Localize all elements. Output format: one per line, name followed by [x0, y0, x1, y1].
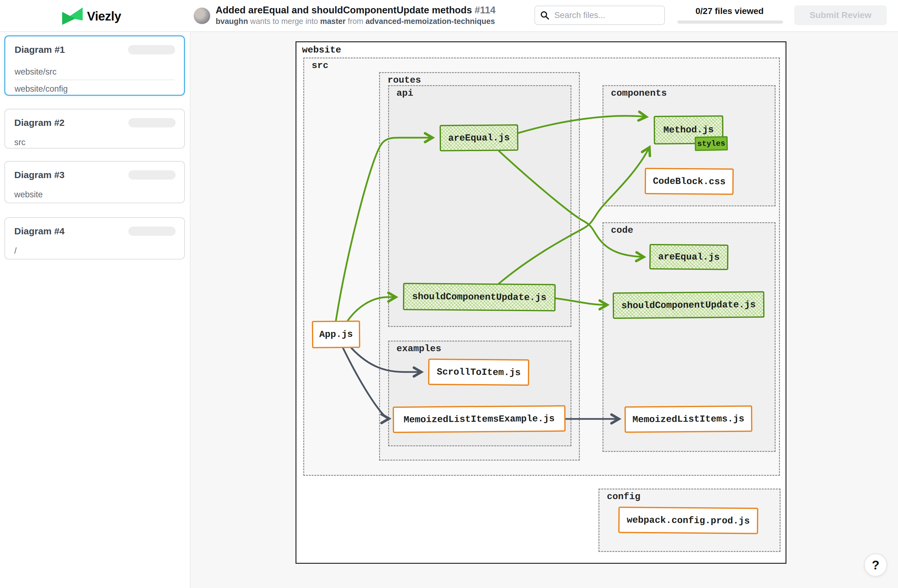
container-label-code: code [611, 225, 633, 236]
pr-subtitle-text-2: from [346, 17, 365, 26]
pr-title-text: Added areEqual and shouldComponentUpdate… [216, 5, 472, 15]
container-label-routes: routes [387, 75, 421, 85]
logo-icon [62, 7, 83, 26]
viezly-app: Viezly Added areEqual and shouldComponen… [0, 0, 898, 588]
diagram-card-1[interactable]: Diagram #1 website/src website/config [5, 35, 185, 96]
diagram-path: website/src [15, 63, 175, 80]
files-viewed: 0/27 files viewed [674, 6, 786, 16]
pr-info: Added areEqual and shouldComponentUpdate… [216, 5, 496, 26]
pr-number: #114 [475, 5, 496, 15]
diagram-card-paths: / [14, 242, 175, 259]
search-icon [540, 11, 549, 20]
diagram-card-2[interactable]: Diagram #2 src [5, 109, 185, 149]
pr-author-avatar [194, 8, 211, 24]
diagram-path: website/config [15, 80, 175, 97]
search-box [534, 6, 665, 25]
diagram-card-paths: src [14, 134, 175, 150]
skeleton-pill [128, 170, 175, 180]
logo-text: Viezly [87, 9, 121, 23]
diagram-path: website [14, 186, 175, 202]
node-areequal-code[interactable]: areEqual.js [649, 244, 729, 270]
node-shouldcomponentupdate-api[interactable]: shouldComponentUpdate.js [403, 283, 556, 311]
pr-base-branch: master [320, 17, 346, 26]
container-label-components: components [611, 88, 667, 99]
pr-title: Added areEqual and shouldComponentUpdate… [216, 5, 496, 16]
node-webpack-config[interactable]: webpack.config.prod.js [618, 506, 758, 534]
diagram-card-paths: website/src website/config [15, 63, 175, 97]
header: Viezly Added areEqual and shouldComponen… [0, 0, 898, 32]
node-codeblock-css[interactable]: CodeBlock.css [645, 168, 734, 195]
pr-subtitle-text-1: wants to merge into [248, 17, 320, 26]
skeleton-pill [128, 226, 175, 236]
help-button[interactable]: ? [864, 554, 887, 577]
dependency-diagram-canvas: website src routes api examples componen… [295, 42, 786, 564]
node-method-styles-badge[interactable]: styles [695, 136, 728, 151]
container-label-examples: examples [397, 343, 441, 354]
skeleton-pill [128, 118, 175, 128]
node-memoizedlistitems[interactable]: MemoizedListItems.js [624, 405, 753, 433]
files-viewed-progressbar [677, 20, 783, 24]
node-memoizedlistitemsexample[interactable]: MemoizedListItemsExample.js [393, 405, 566, 433]
search-input[interactable] [554, 10, 660, 20]
pr-subtitle: bvaughn wants to merge into master from … [216, 16, 496, 26]
pr-head-branch: advanced-memoization-techniques [365, 17, 495, 26]
skeleton-pill [128, 45, 175, 54]
diagram-path: src [14, 134, 175, 150]
node-app-js[interactable]: App.js [312, 320, 360, 348]
diagram-card-4[interactable]: Diagram #4 / [5, 217, 185, 260]
files-viewed-text: 0/27 files viewed [695, 6, 763, 16]
container-label-api: api [397, 88, 413, 99]
logo[interactable]: Viezly [62, 7, 121, 26]
diagram-path: / [14, 242, 175, 259]
diagram-card-3[interactable]: Diagram #3 website [5, 161, 185, 203]
container-label-src: src [312, 60, 328, 71]
node-scrolltoitem[interactable]: ScrollToItem.js [428, 359, 529, 386]
pr-author: bvaughn [216, 17, 248, 26]
container-label-website: website [302, 45, 341, 55]
node-shouldcomponentupdate-code[interactable]: shouldComponentUpdate.js [613, 291, 765, 319]
node-areequal-api[interactable]: areEqual.js [440, 124, 518, 151]
container-label-config: config [607, 491, 640, 502]
diagram-sidebar: Diagram #1 website/src website/config Di… [0, 32, 191, 588]
submit-review-button[interactable]: Submit Review [794, 5, 887, 25]
diagram-card-paths: website [14, 186, 175, 202]
